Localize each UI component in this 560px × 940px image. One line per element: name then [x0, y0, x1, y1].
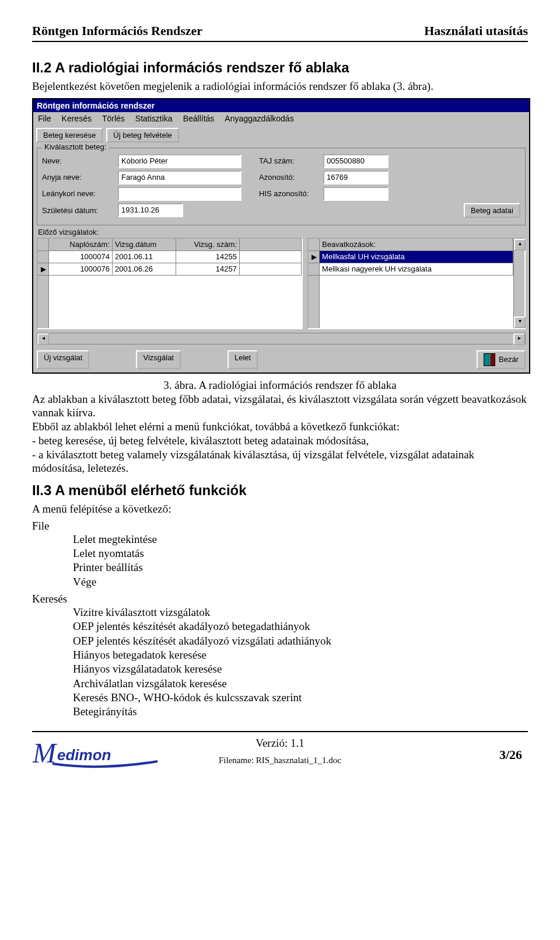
label-neve: Neve: [42, 156, 118, 165]
window-titlebar: Röntgen információs rendszer [33, 99, 529, 112]
menu-kereses[interactable]: Keresés [62, 114, 92, 123]
field-leany[interactable] [118, 187, 242, 201]
bullet-2: - a kiválasztott beteg valamely vizsgála… [32, 448, 528, 476]
page-number: 3/26 [499, 747, 522, 763]
menu-item: OEP jelentés készítését akadályozó vizsg… [73, 634, 528, 648]
row-marker-column: ▶ [309, 239, 320, 328]
current-row-indicator: ▶ [309, 251, 319, 263]
menu-item: Keresés BNO-, WHO-kódok és kulcsszavak s… [73, 691, 528, 705]
bullet-1: - beteg keresése, új beteg felvétele, ki… [32, 434, 528, 448]
scroll-up-icon[interactable]: ▴ [514, 239, 526, 250]
interventions-table[interactable]: ▶ Beavatkozások: Mellkasfal UH vizsgálat… [307, 238, 526, 329]
field-neve[interactable]: Kóborló Péter [118, 154, 242, 168]
col-vizsgszam: Vizsg. szám: [176, 239, 240, 251]
col-beavatkozasok: Beavatkozások: [320, 239, 513, 251]
menu-item: Betegirányítás [73, 705, 528, 719]
scroll-right-icon[interactable]: ▸ [513, 333, 525, 345]
menu-anyag[interactable]: Anyaggazdálkodás [225, 114, 293, 123]
menu-beallitas[interactable]: Beállítás [183, 114, 215, 123]
figure-caption: 3. ábra. A radiológiai információs rends… [32, 378, 528, 392]
menu-item: Vége [73, 575, 528, 589]
label-elozo: Előző vizsgálatok: [38, 228, 529, 236]
table-row-selected[interactable]: Mellkasfal UH vizsgálata [320, 251, 513, 263]
label-szul: Születési dátum: [42, 206, 118, 215]
exams-table[interactable]: ▶ Naplószám: Vizsg.dátum Vizsg. szám: 10… [37, 238, 303, 329]
field-taj[interactable]: 005500880 [323, 154, 388, 168]
menu-item: Hiányos betegadatok keresése [73, 648, 528, 662]
table-row[interactable]: 1000076 2001.06.26 14257 [49, 263, 302, 276]
row-marker-column: ▶ [38, 239, 49, 328]
page-footer: M edimon Verzió: 1.1 Filename: RIS_haszn… [32, 731, 528, 785]
field-anyja[interactable]: Faragó Anna [118, 170, 242, 184]
table-row[interactable]: 1000074 2001.06.11 14255 [49, 251, 302, 263]
field-his[interactable] [323, 187, 388, 201]
col-vizsgdatum: Vizsg.dátum [113, 239, 176, 251]
label-leany: Leánykori neve: [42, 189, 118, 198]
section-2-title: II.2 A radiológiai információs rendszer … [32, 60, 528, 76]
medimon-logo: M edimon [29, 736, 163, 771]
group-legend: Kiválasztott beteg: [42, 142, 108, 151]
section-3-title: II.3 A menüből elérhető funkciók [32, 482, 528, 499]
app-window: Röntgen információs rendszer File Keresé… [32, 98, 530, 374]
section-2-intro: Bejelentkezést követően megjelenik a rad… [32, 79, 528, 93]
menu-group-kereses: Keresés [32, 593, 528, 605]
menu-item: Vizitre kiválasztott vizsgálatok [73, 605, 528, 619]
menu-torles[interactable]: Törlés [102, 114, 125, 123]
label-his: HIS azonosító: [259, 189, 323, 198]
label-taj: TAJ szám: [259, 156, 323, 165]
menu-group-file: File [32, 520, 528, 532]
svg-text:edimon: edimon [57, 746, 111, 764]
menubar: File Keresés Törlés Statisztika Beállítá… [33, 112, 529, 125]
uj-vizsgalat-button[interactable]: Új vizsgálat [37, 350, 89, 369]
menu-item: Printer beállítás [73, 560, 528, 575]
header-rule [32, 41, 528, 42]
vertical-scrollbar[interactable]: ▴ ▾ [513, 239, 524, 328]
field-szul[interactable]: 1931.10.26 [118, 203, 183, 217]
table-row[interactable]: Mellkasi nagyerek UH vizsgálata [320, 263, 513, 276]
beteg-keresese-button[interactable]: Beteg keresése [36, 128, 103, 142]
beteg-adatai-button[interactable]: Beteg adatai [464, 203, 520, 218]
col-naploszam: Naplószám: [49, 239, 113, 251]
paragraph-after-fig: Az ablakban a kiválasztott beteg főbb ad… [32, 392, 528, 420]
current-row-indicator: ▶ [38, 263, 48, 276]
header-right: Használati utasítás [424, 23, 528, 39]
scroll-left-icon[interactable]: ◂ [37, 333, 49, 345]
menu-file[interactable]: File [38, 114, 51, 123]
selected-patient-group: Kiválasztott beteg: Neve: Kóborló Péter … [37, 148, 526, 225]
menu-statisztika[interactable]: Statisztika [135, 114, 173, 123]
menu-item: OEP jelentés készítését akadályozó beteg… [73, 619, 528, 633]
vizsgalat-button[interactable]: Vizsgálat [136, 350, 181, 369]
lelet-button[interactable]: Lelet [228, 350, 258, 369]
menu-item: Archiválatlan vizsgálatok keresése [73, 677, 528, 691]
label-azon: Azonosító: [259, 173, 323, 182]
scroll-down-icon[interactable]: ▾ [514, 316, 526, 328]
label-anyja: Anyja neve: [42, 173, 118, 182]
horizontal-scrollbar[interactable]: ◂ ▸ [37, 333, 526, 344]
menu-item: Lelet nyomtatás [73, 546, 528, 560]
paragraph-2: Ebből az ablakból lehet elérni a menü fu… [32, 420, 528, 434]
bezar-button[interactable]: Bezár [477, 350, 526, 369]
header-left: Röntgen Információs Rendszer [32, 23, 202, 39]
field-azon[interactable]: 16769 [323, 170, 388, 184]
uj-beteg-felvetele-button[interactable]: Új beteg felvétele [106, 128, 178, 142]
section-3-intro: A menü felépítése a következő: [32, 502, 528, 516]
menu-item: Lelet megtekintése [73, 532, 528, 546]
menu-item: Hiányos vizsgálatadatok keresése [73, 662, 528, 676]
door-icon [484, 353, 495, 366]
